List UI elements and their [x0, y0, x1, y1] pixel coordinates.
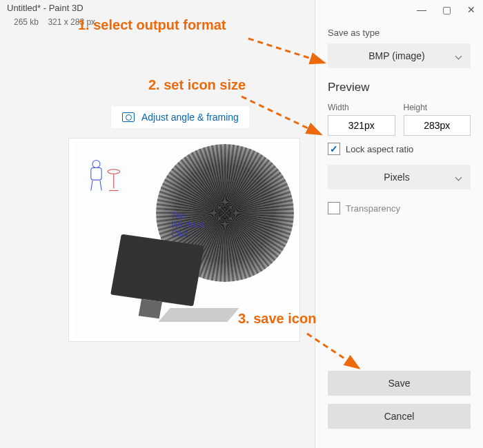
close-button[interactable]: ✕ [465, 4, 477, 15]
transparency-checkbox[interactable] [328, 202, 340, 214]
transparency-row[interactable]: Transparency [328, 202, 471, 214]
svg-line-2 [91, 181, 92, 190]
lock-aspect-label: Lock aspect ratio [346, 144, 413, 154]
camera-icon [122, 112, 135, 122]
lock-aspect-checkbox[interactable] [328, 143, 340, 155]
dimensions-label: 321 x 283 px [48, 17, 95, 27]
transparency-label: Transparency [346, 203, 400, 214]
lock-aspect-row[interactable]: Lock aspect ratio [328, 143, 471, 155]
svg-rect-1 [91, 168, 101, 181]
chevron-down-icon [455, 174, 462, 181]
monitor-graphic [110, 234, 204, 307]
adjust-angle-button[interactable]: Adjust angle & framing [110, 105, 250, 129]
svg-point-4 [108, 170, 120, 174]
watermark-text: The Windows Club [171, 212, 205, 239]
svg-line-7 [248, 39, 324, 63]
units-value: Pixels [337, 172, 456, 183]
adjust-angle-label: Adjust angle & framing [141, 112, 239, 123]
canvas-preview: The Windows Club [68, 138, 300, 342]
format-value: BMP (image) [337, 50, 456, 61]
width-label: Width [328, 103, 395, 112]
width-input[interactable] [328, 115, 395, 136]
svg-line-8 [241, 96, 321, 134]
keyboard-graphic [159, 308, 239, 322]
svg-point-0 [92, 161, 100, 168]
save-panel: — ▢ ✕ Save as type BMP (image) Preview W… [315, 0, 483, 448]
chevron-down-icon [455, 52, 462, 59]
save-button[interactable]: Save [328, 371, 471, 396]
height-label: Height [404, 103, 471, 112]
maximize-button[interactable]: ▢ [440, 4, 453, 15]
units-dropdown[interactable]: Pixels [328, 165, 471, 190]
cartoon-figure [85, 156, 123, 194]
svg-line-3 [100, 181, 101, 190]
height-input[interactable] [404, 115, 471, 136]
cancel-button[interactable]: Cancel [328, 404, 471, 429]
minimize-button[interactable]: — [415, 4, 428, 15]
preview-heading: Preview [328, 81, 471, 94]
save-as-type-label: Save as type [328, 28, 471, 38]
annotation-step2: 2. set icon size [148, 77, 246, 93]
filesize-label: 265 kb [14, 17, 39, 27]
format-dropdown[interactable]: BMP (image) [328, 43, 471, 68]
